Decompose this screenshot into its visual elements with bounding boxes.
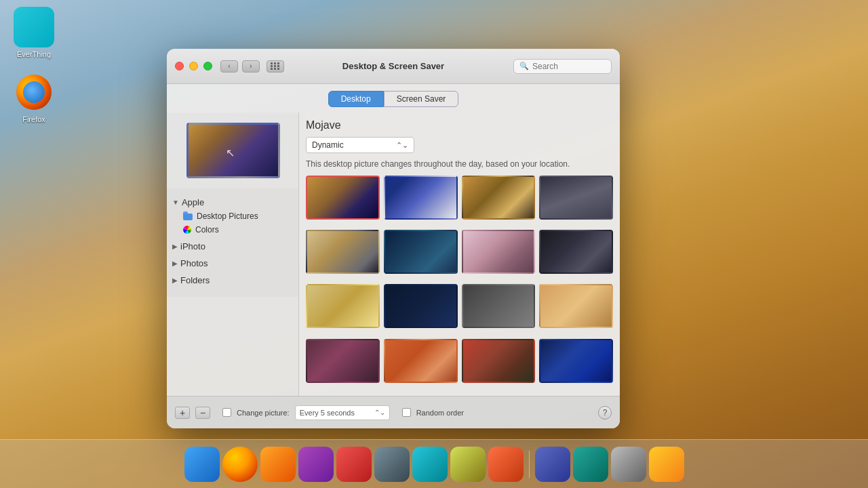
apple-group-label: Apple	[182, 197, 204, 207]
close-button[interactable]	[175, 62, 184, 70]
dock-item-3[interactable]	[260, 447, 296, 482]
search-box[interactable]: 🔍	[513, 59, 612, 74]
bottom-bar: + − Change picture: Every 5 seconds ⌃⌄ R…	[167, 396, 620, 428]
change-picture-label: Change picture:	[237, 409, 290, 417]
traffic-lights	[175, 62, 212, 70]
change-picture-section: Change picture: Every 5 seconds ⌃⌄	[222, 405, 390, 420]
current-wallpaper-preview: ↖	[186, 123, 280, 178]
photos-expand-arrow: ▶	[172, 260, 178, 267]
dock-item-4[interactable]	[298, 447, 334, 482]
add-folder-button[interactable]: +	[175, 407, 190, 419]
dock-item-9[interactable]	[488, 447, 524, 482]
dropdown-row: Dynamic ⌃⌄	[306, 137, 613, 153]
dropdown-value: Dynamic	[312, 140, 344, 150]
photos-group: ▶ Photos	[167, 256, 298, 270]
help-button[interactable]: ?	[598, 406, 612, 420]
desktop-icons: EverThing Firefox	[7, 7, 61, 123]
wallpaper-description: This desktop picture changes throughout …	[306, 159, 613, 170]
back-button[interactable]: ‹	[220, 60, 238, 73]
thumbnail-3[interactable]	[462, 176, 536, 220]
everything-icon-label: EverThing	[17, 50, 51, 58]
grid-view-button[interactable]	[267, 60, 284, 73]
folders-group: ▶ Folders	[167, 273, 298, 287]
thumbnail-6[interactable]	[384, 230, 458, 274]
everything-icon[interactable]: EverThing	[7, 7, 61, 58]
photos-group-header[interactable]: ▶ Photos	[167, 256, 298, 270]
firefox-icon-label: Firefox	[22, 115, 45, 123]
dock-item-8[interactable]	[450, 447, 486, 482]
random-order-row: Random order	[402, 408, 464, 417]
change-picture-checkbox[interactable]	[222, 408, 231, 417]
thumbnail-14[interactable]	[384, 339, 458, 383]
dock-item-10[interactable]	[535, 447, 570, 482]
preview-section: ↖	[167, 113, 299, 188]
thumbnail-8[interactable]	[539, 230, 613, 274]
sidebar: ▼ Apple Desktop Pictures Colors	[167, 188, 299, 297]
interval-arrow: ⌃⌄	[374, 409, 385, 416]
thumbnail-7[interactable]	[462, 230, 536, 274]
dock-item-1[interactable]	[184, 447, 220, 482]
dropdown-arrow: ⌃⌄	[396, 141, 408, 150]
everything-icon-image	[14, 7, 54, 47]
thumbnail-5[interactable]	[306, 230, 380, 274]
dock-item-7[interactable]	[412, 447, 448, 482]
desktop-screensaver-window: ‹ › Desktop & Screen Saver 🔍 Desktop Scr…	[167, 49, 620, 428]
interval-dropdown[interactable]: Every 5 seconds ⌃⌄	[295, 405, 390, 420]
thumbnail-12[interactable]	[539, 284, 613, 328]
window-title: Desktop & Screen Saver	[342, 61, 444, 71]
random-order-checkbox[interactable]	[402, 408, 411, 417]
folders-group-header[interactable]: ▶ Folders	[167, 273, 298, 287]
titlebar: ‹ › Desktop & Screen Saver 🔍	[167, 49, 620, 84]
tab-desktop[interactable]: Desktop	[328, 91, 384, 107]
maximize-button[interactable]	[203, 62, 212, 70]
thumbnail-2[interactable]	[384, 176, 458, 220]
folder-icon	[183, 213, 193, 220]
apple-expand-arrow: ▼	[172, 199, 179, 206]
thumbnail-9[interactable]	[306, 284, 380, 328]
thumbnail-11[interactable]	[462, 284, 536, 328]
thumbnail-10[interactable]	[384, 284, 458, 328]
sidebar-item-colors[interactable]: Colors	[167, 223, 298, 237]
dynamic-dropdown[interactable]: Dynamic ⌃⌄	[306, 137, 414, 153]
remove-folder-button[interactable]: −	[195, 407, 210, 419]
random-order-label: Random order	[416, 409, 464, 417]
iphoto-label: iPhoto	[180, 241, 205, 251]
dock-item-2[interactable]	[222, 447, 258, 482]
thumbnail-grid	[306, 176, 613, 389]
dock-item-11[interactable]	[573, 447, 608, 482]
tab-screensaver[interactable]: Screen Saver	[384, 91, 459, 107]
thumbnail-16[interactable]	[539, 339, 613, 383]
photos-label: Photos	[180, 258, 208, 268]
interval-value: Every 5 seconds	[300, 409, 355, 417]
colors-label: Colors	[195, 225, 219, 235]
thumbnail-13[interactable]	[306, 339, 380, 383]
apple-group-header[interactable]: ▼ Apple	[167, 195, 298, 209]
search-input[interactable]	[532, 62, 607, 71]
dock	[0, 439, 868, 488]
dock-item-6[interactable]	[374, 447, 410, 482]
thumbnail-4[interactable]	[539, 176, 613, 220]
folders-expand-arrow: ▶	[172, 277, 178, 284]
desktop-pictures-label: Desktop Pictures	[197, 211, 258, 221]
nav-buttons: ‹ ›	[220, 60, 284, 73]
colors-icon	[183, 226, 191, 234]
thumbnail-1[interactable]	[306, 176, 380, 220]
wallpaper-title: Mojave	[306, 119, 613, 131]
apple-group: ▼ Apple Desktop Pictures Colors	[167, 195, 298, 237]
dock-item-5[interactable]	[336, 447, 372, 482]
minimize-button[interactable]	[189, 62, 198, 70]
forward-button[interactable]: ›	[242, 60, 260, 73]
firefox-icon[interactable]: Firefox	[7, 72, 61, 123]
folders-label: Folders	[180, 275, 210, 285]
thumbnail-15[interactable]	[462, 339, 536, 383]
iphoto-group-header[interactable]: ▶ iPhoto	[167, 239, 298, 253]
dock-item-13[interactable]	[649, 447, 684, 482]
search-icon: 🔍	[519, 62, 529, 70]
iphoto-expand-arrow: ▶	[172, 243, 178, 250]
sidebar-item-desktop-pictures[interactable]: Desktop Pictures	[167, 209, 298, 223]
content-area: ↖ ▼ Apple Desktop Pictures	[167, 113, 620, 396]
dock-item-12[interactable]	[611, 447, 646, 482]
dock-divider	[529, 451, 530, 478]
tab-bar: Desktop Screen Saver	[167, 84, 620, 113]
iphoto-group: ▶ iPhoto	[167, 239, 298, 253]
